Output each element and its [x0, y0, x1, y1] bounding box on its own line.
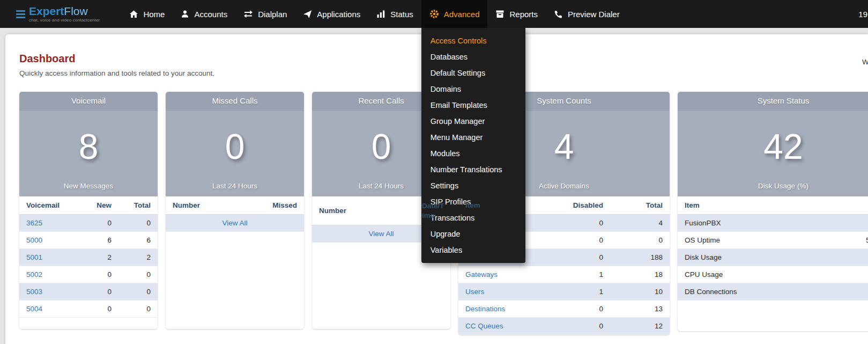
column-header-blank	[859, 196, 868, 215]
table-row: 362500	[19, 215, 158, 232]
table-link[interactable]: CC Queues	[465, 322, 503, 330]
table-link[interactable]: 5003	[26, 288, 42, 296]
nav-item-dialplan[interactable]: Dialplan	[235, 0, 295, 28]
table-cell: DB Connections	[678, 283, 859, 301]
menu-item-number-translations[interactable]: Number Translations	[421, 162, 525, 178]
table-row: 500300	[19, 283, 158, 301]
nav-item-label: Preview Dialer	[568, 10, 620, 19]
card-stat: 8New Messages	[19, 110, 158, 196]
transfer-arrows-icon	[243, 10, 253, 18]
table-cell: 0	[557, 249, 610, 266]
table-cell: CPU Usage	[678, 266, 859, 283]
table-cell: 0	[557, 301, 610, 318]
column-header-item: Item	[458, 196, 557, 215]
nav-item-reports[interactable]: Reports	[487, 0, 546, 28]
table-row: 500122	[19, 249, 158, 266]
table-link[interactable]: 3625	[26, 219, 42, 227]
table-cell: 0	[557, 215, 610, 232]
column-header-disabled: Disabled	[557, 196, 610, 215]
card-title[interactable]: System Status	[678, 92, 868, 110]
table-cell: 5002	[19, 266, 79, 283]
menu-item-domains[interactable]: Domains	[421, 81, 525, 97]
nav-item-label: Dialplan	[258, 10, 287, 19]
menu-item-upgrade[interactable]: Upgrade	[421, 226, 525, 242]
table-cell: 2	[79, 249, 118, 266]
table-row: 500200	[19, 266, 158, 283]
table-row: Disk Usage	[678, 249, 868, 266]
table-row: CC Queues012	[458, 318, 670, 335]
column-header-total: Total	[610, 196, 670, 215]
brand-name-secondary: Flow	[64, 5, 87, 17]
menu-item-variables[interactable]: Variables	[421, 242, 525, 258]
table-cell: 6	[118, 232, 158, 249]
table-cell	[859, 283, 868, 301]
nav-item-home[interactable]: Home	[121, 0, 173, 28]
advanced-dropdown-menu: Access ControlsDatabasesDefault Settings…	[421, 28, 525, 263]
table-cell: 1	[557, 283, 610, 301]
nav-item-advanced[interactable]: AdvancedAccess ControlsDatabasesDefault …	[421, 0, 488, 28]
gear-icon	[429, 9, 439, 19]
nav-item-label: Status	[390, 10, 413, 19]
table-cell: Destinations	[458, 301, 557, 318]
column-header-missed: Missed	[259, 196, 304, 215]
table-link[interactable]: 5002	[26, 270, 42, 279]
menu-item-default-settings[interactable]: Default Settings	[421, 65, 525, 81]
table-cell: 0	[79, 283, 118, 301]
table-row: 500066	[19, 232, 158, 249]
menu-item-menu-manager[interactable]: Menu Manager	[421, 129, 525, 145]
table-link[interactable]: 5000	[26, 236, 42, 244]
table-cell: 5004	[19, 301, 79, 318]
logo-bars-icon	[16, 10, 25, 18]
table-cell: 2	[118, 249, 158, 266]
nav-item-accounts[interactable]: Accounts	[173, 0, 235, 28]
column-header-date-time: Date/Time	[415, 196, 450, 225]
nav-item-label: Home	[143, 10, 165, 19]
card-title[interactable]: Missed Calls	[166, 92, 304, 110]
table-link[interactable]: Gateways	[465, 270, 498, 279]
column-header-total: Total	[118, 196, 158, 215]
table-link[interactable]: 5001	[26, 253, 42, 261]
nav-items: HomeAccountsDialplanApplicationsStatusAd…	[121, 0, 627, 28]
table-cell: FusionPBX	[678, 215, 859, 232]
menu-item-email-templates[interactable]: Email Templates	[421, 97, 525, 113]
column-header-new: New	[79, 196, 118, 215]
table-cell: 0	[118, 301, 158, 318]
table-link[interactable]: Users	[465, 288, 484, 296]
table-cell: 50	[859, 232, 868, 249]
view-all-link[interactable]: View All	[222, 219, 247, 227]
stat-label: Last 24 Hours	[166, 182, 304, 196]
table-cell: 0	[557, 232, 610, 249]
brand-name-primary: Expert	[29, 5, 64, 17]
table-cell: 5001	[19, 249, 79, 266]
card-system-status: System Status42Disk Usage (%)ItemFusionP…	[678, 92, 868, 331]
table-row: Destinations013	[458, 301, 670, 318]
table-row: CPU Usage	[678, 266, 868, 283]
table-cell: Disk Usage	[678, 249, 859, 266]
card-stat: 0Last 24 Hours	[166, 110, 304, 196]
table-link[interactable]: 5004	[26, 305, 42, 313]
menu-item-settings[interactable]: Settings	[421, 178, 525, 194]
menu-item-group-manager[interactable]: Group Manager	[421, 113, 525, 129]
table-cell: 0	[118, 283, 158, 301]
table-link[interactable]: Destinations	[465, 305, 505, 313]
menu-item-modules[interactable]: Modules	[421, 145, 525, 162]
table-cell: 18	[610, 266, 670, 283]
menu-item-databases[interactable]: Databases	[421, 49, 525, 65]
archive-box-icon	[495, 10, 505, 18]
welcome-text-partial: W	[862, 58, 868, 66]
card-stat: 42Disk Usage (%)	[678, 110, 868, 196]
card-title[interactable]: Voicemail	[19, 92, 158, 110]
menu-item-access-controls[interactable]: Access Controls	[421, 33, 525, 49]
expertflow-logo[interactable]: ExpertFlow chat, voice and video contact…	[16, 5, 100, 23]
table-cell	[859, 266, 868, 283]
nav-item-preview-dialer[interactable]: Preview Dialer	[546, 0, 628, 28]
table-cell: Users	[458, 283, 557, 301]
nav-item-applications[interactable]: Applications	[295, 0, 368, 28]
nav-item-status[interactable]: Status	[368, 0, 421, 28]
view-all-link[interactable]: View All	[368, 230, 394, 238]
table-cell	[859, 215, 868, 232]
nav-item-label: Advanced	[444, 10, 480, 19]
table-cell: 5000	[19, 232, 79, 249]
table-row: OS Uptime50	[678, 232, 868, 249]
stat-number: 0	[166, 111, 304, 182]
